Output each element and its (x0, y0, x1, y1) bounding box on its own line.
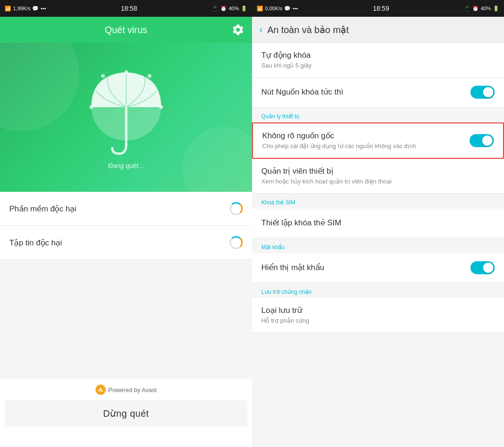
powered-by-section: Powered by Avast (95, 385, 157, 395)
storage-type-content: Loại lưu trữ Hỗ trợ phần cứng (261, 305, 495, 325)
status-icons-left: 📱 ⏰ 40% 🔋 (212, 6, 247, 12)
device-management-label: Quản lý thiết bị (252, 108, 504, 122)
scan-items-list: Phần mềm độc hại Tập tin độc hại (0, 192, 252, 379)
sim-icon: 📱 (212, 6, 218, 12)
alarm-icon-right: ⏰ (472, 6, 479, 12)
alarm-icon: ⏰ (220, 6, 227, 12)
messenger-icon-right: 💬 (284, 6, 291, 12)
device-admin-item[interactable]: Quản trị viên thiết bị Xem hoặc hủy kích… (252, 159, 504, 194)
left-footer: Powered by Avast Dừng quét (0, 379, 252, 447)
storage-type-subtitle: Hỗ trợ phần cứng (261, 317, 495, 325)
messenger-icon: 💬 (32, 6, 39, 12)
status-left-signals: 📶 1,99K/s 💬 ••• (5, 6, 46, 12)
powered-by-text: Powered by Avast (109, 386, 157, 393)
svg-point-6 (148, 74, 151, 78)
status-right-left-signals: 📶 0,00K/s 💬 ••• (257, 6, 298, 12)
more-icon-right: ••• (293, 6, 298, 11)
more-icon: ••• (41, 6, 46, 11)
show-password-toggle-knob (483, 263, 493, 273)
unknown-sources-item[interactable]: Không rõ nguồn gốc Cho phép cài đặt ứng … (252, 122, 504, 159)
malware-label: Phần mềm độc hại (9, 204, 76, 214)
avast-logo-icon (95, 385, 106, 395)
cert-storage-label: Lưu trữ chứng nhận (252, 283, 504, 298)
unknown-sources-content: Không rõ nguồn gốc Cho phép cài đặt ứng … (262, 131, 464, 150)
right-panel: 📶 0,00K/s 💬 ••• 18:59 📱 ⏰ 40% 🔋 ‹ An toà… (252, 0, 504, 447)
network-speed-right: 0,00K/s (265, 6, 282, 11)
sim-lock-label: Khoá thẻ SIM (252, 194, 504, 209)
status-bar-left: 📶 1,99K/s 💬 ••• 18:58 📱 ⏰ 40% 🔋 (0, 0, 252, 17)
unknown-sources-subtitle: Cho phép cài đặt ứng dụng từ các nguồn k… (262, 142, 464, 150)
sim-lock-content: Thiết lập khóa thẻ SIM (261, 218, 495, 228)
spinner-malware (230, 202, 243, 215)
auto-lock-subtitle: Sau khi ngủ 5 giây (261, 62, 495, 70)
left-title: Quét virus (20, 25, 232, 35)
svg-point-7 (95, 385, 106, 395)
power-lock-item[interactable]: Nút Nguồn khóa tức thì (252, 78, 504, 108)
back-button[interactable]: ‹ (259, 24, 263, 35)
status-bar-right: 📶 0,00K/s 💬 ••• 18:59 📱 ⏰ 40% 🔋 (252, 0, 504, 17)
time-right: 18:59 (373, 5, 389, 12)
password-label: Mật khẩu (252, 238, 504, 253)
files-label: Tập tin độc hại (9, 238, 62, 248)
power-lock-toggle-knob (483, 87, 493, 97)
storage-type-title: Loại lưu trữ (261, 305, 495, 316)
sim-lock-item[interactable]: Thiết lập khóa thẻ SIM (252, 209, 504, 238)
storage-type-item[interactable]: Loại lưu trữ Hỗ trợ phần cứng (252, 298, 504, 333)
show-password-item[interactable]: Hiển thị mật khẩu (252, 253, 504, 283)
auto-lock-item[interactable]: Tự động khóa Sau khi ngủ 5 giây (252, 43, 504, 78)
device-admin-content: Quản trị viên thiết bị Xem hoặc hủy kích… (261, 166, 495, 186)
signal-bars-right: 📶 (257, 6, 263, 12)
settings-icon[interactable] (232, 23, 245, 36)
svg-point-2 (89, 105, 93, 109)
umbrella-illustration (84, 65, 168, 158)
unknown-sources-toggle-knob (482, 135, 492, 146)
left-title-bar: Quét virus (0, 17, 252, 43)
unknown-sources-title: Không rõ nguồn gốc (262, 131, 464, 141)
scanning-text: Đang quét... (108, 162, 143, 169)
settings-list: Tự động khóa Sau khi ngủ 5 giây Nút Nguồ… (252, 43, 504, 447)
umbrella-area: Đang quét... (0, 43, 252, 192)
power-lock-toggle[interactable] (470, 86, 495, 99)
sim-icon-right: 📱 (464, 6, 470, 12)
battery-right: 40% (481, 6, 491, 11)
scan-item-malware: Phần mềm độc hại (0, 192, 252, 226)
svg-point-5 (101, 74, 105, 78)
scan-item-files: Tập tin độc hại (0, 226, 252, 260)
left-panel: 📶 1,99K/s 💬 ••• 18:58 📱 ⏰ 40% 🔋 Quét vir… (0, 0, 252, 447)
show-password-title: Hiển thị mật khẩu (261, 263, 465, 273)
device-admin-title: Quản trị viên thiết bị (261, 166, 495, 176)
svg-point-4 (124, 70, 128, 74)
auto-lock-title: Tự động khóa (261, 50, 495, 61)
stop-scan-button[interactable]: Dừng quét (5, 400, 247, 427)
power-lock-content: Nút Nguồn khóa tức thì (261, 87, 465, 97)
time-left: 18:58 (121, 5, 137, 12)
signal-strength-left: 📶 (5, 6, 11, 12)
battery-left: 40% (229, 6, 239, 11)
show-password-content: Hiển thị mật khẩu (261, 263, 465, 273)
unknown-sources-toggle[interactable] (470, 134, 494, 147)
battery-icon-right: 🔋 (493, 6, 499, 12)
device-admin-subtitle: Xem hoặc hủy kích hoạt quản trị viên điệ… (261, 178, 495, 186)
spinner-files (230, 236, 243, 249)
power-lock-title: Nút Nguồn khóa tức thì (261, 87, 465, 97)
svg-point-3 (159, 105, 163, 109)
status-icons-right: 📱 ⏰ 40% 🔋 (464, 6, 499, 12)
auto-lock-content: Tự động khóa Sau khi ngủ 5 giây (261, 50, 495, 70)
show-password-toggle[interactable] (470, 261, 495, 274)
network-speed-left: 1,99K/s (13, 6, 30, 11)
sim-lock-title: Thiết lập khóa thẻ SIM (261, 218, 495, 228)
right-page-title: An toàn và bảo mật (267, 24, 349, 35)
battery-icon-left: 🔋 (241, 6, 247, 12)
right-title-bar: ‹ An toàn và bảo mật (252, 17, 504, 43)
